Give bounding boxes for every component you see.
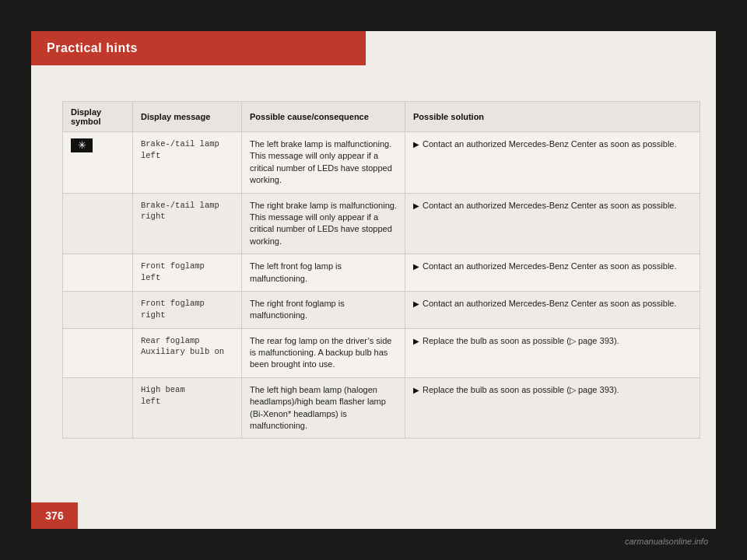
content-area: Display symbol Display message Possible … xyxy=(62,101,700,482)
col-header-symbol: Display symbol xyxy=(63,102,133,132)
hints-table: Display symbol Display message Possible … xyxy=(62,101,700,439)
col-header-solution: Possible solution xyxy=(405,102,700,132)
table-row: Front foglamp rightThe right front fogla… xyxy=(63,291,700,328)
lamp-symbol-icon: ✳ xyxy=(71,138,93,152)
solution-text: Replace the bulb as soon as possible (▷ … xyxy=(423,335,619,347)
bullet-arrow-icon: ▶ xyxy=(413,336,419,347)
symbol-cell xyxy=(63,193,133,254)
cause-cell: The left high beam lamp (halogen headlam… xyxy=(242,377,405,439)
bullet-arrow-icon: ▶ xyxy=(413,299,419,310)
solution-cell: ▶Replace the bulb as soon as possible (▷… xyxy=(405,328,700,377)
solution-text: Contact an authorized Mercedes-Benz Cent… xyxy=(423,138,677,150)
solution-cell: ▶Contact an authorized Mercedes-Benz Cen… xyxy=(405,291,700,328)
message-cell: Brake-/tail lamp left xyxy=(133,132,242,194)
table-row: ✳Brake-/tail lamp leftThe left brake lam… xyxy=(63,132,700,194)
solution-text: Replace the bulb as soon as possible (▷ … xyxy=(423,384,619,396)
solution-cell: ▶Contact an authorized Mercedes-Benz Cen… xyxy=(405,132,700,194)
message-cell: Rear foglamp Auxiliary bulb on xyxy=(133,328,242,377)
header-bar: Practical hints xyxy=(31,31,366,65)
symbol-cell xyxy=(63,291,133,328)
bullet-arrow-icon: ▶ xyxy=(413,261,419,272)
table-row: High beam leftThe left high beam lamp (h… xyxy=(63,377,700,439)
table-row: Rear foglamp Auxiliary bulb onThe rear f… xyxy=(63,328,700,377)
bullet-arrow-icon: ▶ xyxy=(413,139,419,150)
message-cell: Front foglamp left xyxy=(133,254,242,292)
solution-cell: ▶Contact an authorized Mercedes-Benz Cen… xyxy=(405,193,700,254)
cause-cell: The rear fog lamp on the driver’s side i… xyxy=(242,328,405,377)
cause-cell: The left front fog lamp is malfunctionin… xyxy=(242,254,405,292)
col-header-message: Display message xyxy=(133,102,242,132)
solution-cell: ▶Replace the bulb as soon as possible (▷… xyxy=(405,377,700,439)
symbol-cell xyxy=(63,254,133,292)
cause-cell: The right front foglamp is malfunctionin… xyxy=(242,291,405,328)
cause-cell: The left brake lamp is malfunctioning. T… xyxy=(242,132,405,194)
solution-cell: ▶Contact an authorized Mercedes-Benz Cen… xyxy=(405,254,700,292)
col-header-cause: Possible cause/consequence xyxy=(242,102,405,132)
table-row: Brake-/tail lamp rightThe right brake la… xyxy=(63,193,700,254)
bullet-arrow-icon: ▶ xyxy=(413,385,419,396)
cause-cell: The right brake lamp is malfunctioning. … xyxy=(242,193,405,254)
table-row: Front foglamp leftThe left front fog lam… xyxy=(63,254,700,292)
solution-text: Contact an authorized Mercedes-Benz Cent… xyxy=(423,298,677,310)
page-title: Practical hints xyxy=(47,41,138,55)
message-cell: Front foglamp right xyxy=(133,291,242,328)
symbol-cell xyxy=(63,328,133,377)
table-header-row: Display symbol Display message Possible … xyxy=(63,102,700,132)
solution-text: Contact an authorized Mercedes-Benz Cent… xyxy=(423,261,677,272)
bullet-arrow-icon: ▶ xyxy=(413,201,419,212)
solution-text: Contact an authorized Mercedes-Benz Cent… xyxy=(423,200,677,212)
symbol-cell: ✳ xyxy=(63,132,133,194)
message-cell: Brake-/tail lamp right xyxy=(133,193,242,254)
symbol-cell xyxy=(63,377,133,439)
message-cell: High beam left xyxy=(133,377,242,439)
watermark: carmanualsonline.info xyxy=(625,537,708,546)
page-number: 376 xyxy=(31,502,78,529)
